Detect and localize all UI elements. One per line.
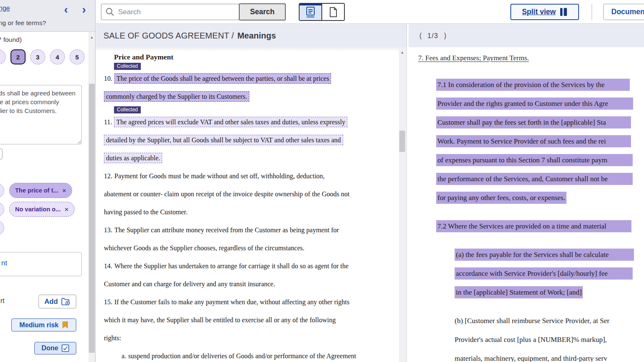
- highlighted-text[interactable]: (a) the fees payable for the Services sh…: [455, 249, 634, 261]
- clause-line: Customer and can charge for delivery and…: [104, 275, 406, 293]
- change-link[interactable]: nge: [0, 5, 10, 12]
- clause-line: 12.Payment for Goods must be made withou…: [104, 167, 406, 185]
- highlighted-text[interactable]: Work. Payment to Service Provider of suc…: [436, 135, 631, 147]
- right-doc-line: materials, machinery, equipment, and thi…: [455, 349, 644, 362]
- center-document-view: Price and Payment Collected10.The price …: [96, 47, 406, 362]
- text-view-button[interactable]: [300, 4, 321, 20]
- page-indicator: 1/3: [427, 32, 438, 40]
- split-view-button[interactable]: Split view: [510, 4, 579, 20]
- next-page-icon[interactable]: ⟩: [444, 31, 447, 40]
- highlighted-text[interactable]: 7.2 Where the Services are provided on a…: [436, 220, 631, 232]
- clipped-control-stub[interactable]: [0, 149, 3, 159]
- clause-line: 11.The agreed prices will exclude VAT an…: [104, 113, 406, 131]
- highlighted-clause-text[interactable]: The price of the Goods shall be agreed b…: [114, 73, 331, 84]
- done-button-label: Done: [41, 344, 58, 352]
- highlighted-text[interactable]: accordance with Service Provider's [dail…: [455, 267, 633, 280]
- search-icon: [106, 8, 114, 16]
- clause-excerpt-textarea[interactable]: [0, 85, 82, 144]
- bookmark-icon: [62, 321, 68, 329]
- document-scrollbar[interactable]: ▲: [399, 47, 406, 362]
- remove-tag-icon[interactable]: ×: [62, 187, 66, 194]
- center-document-title-bar: SALE OF GOODS AGREEMENT / Meanings: [96, 24, 406, 47]
- prev-page-icon[interactable]: ⟨: [419, 31, 422, 40]
- clause-text: which it may have, the Supplier shall be…: [104, 316, 336, 323]
- tag-pill-partial[interactable]: [0, 202, 4, 217]
- tag-row: No variation o... ×: [0, 202, 75, 217]
- page-view-button[interactable]: [321, 4, 344, 20]
- highlighted-text[interactable]: Customer shall pay the fees set forth in…: [436, 116, 631, 128]
- document-button[interactable]: Document: [603, 4, 644, 20]
- highlighted-clause-text[interactable]: commonly charged by the Supplier to its …: [104, 91, 249, 102]
- page-circle-5[interactable]: 5: [70, 49, 85, 64]
- right-doc-line: in the [applicable] Statement of Work; […: [455, 283, 644, 302]
- clause-text: If the Customer fails to make any paymen…: [114, 298, 349, 306]
- comment-box[interactable]: nt: [0, 252, 82, 276]
- medium-risk-button[interactable]: Medium risk: [11, 318, 76, 331]
- checkbox-check-icon: [62, 344, 69, 352]
- sidebar-scrollbar[interactable]: ▲: [88, 32, 95, 362]
- done-button[interactable]: Done: [34, 342, 76, 354]
- highlighted-text[interactable]: Provider and the rights granted to Custo…: [436, 98, 633, 110]
- clause-text: having passed to the Customer.: [104, 208, 188, 216]
- panel-divider: [406, 24, 407, 362]
- search-button[interactable]: Search: [239, 3, 286, 21]
- clause-text: Customer and can charge for delivery and…: [104, 280, 275, 288]
- clause-number: a.: [122, 352, 126, 359]
- highlighted-text[interactable]: of expenses pursuant to this Section 7 s…: [436, 154, 633, 166]
- tag-pill-price[interactable]: The price of t... ×: [9, 183, 72, 198]
- right-doc-line: Provider and the rights granted to Custo…: [436, 94, 644, 113]
- sidebar-header: nge ‹ › ng or fee terms?: [0, 0, 95, 32]
- highlighted-text[interactable]: in the [applicable] Statement of Work; […: [455, 286, 583, 298]
- clause-line: 13.The Supplier can attribute money rece…: [104, 221, 406, 239]
- document-text-icon: [305, 6, 316, 18]
- right-doc-paragraph: 7.1 In consideration of the provision of…: [436, 75, 644, 207]
- collected-badge: Collected: [114, 106, 141, 113]
- clause-text: Where the Supplier has undertaken to arr…: [114, 262, 349, 270]
- view-mode-toggle: [299, 3, 345, 21]
- badge-row: Collected: [114, 105, 406, 113]
- remove-tag-icon[interactable]: ×: [65, 206, 69, 213]
- right-doc-line: Customer shall pay the fees set forth in…: [436, 113, 644, 132]
- highlighted-text[interactable]: for paying any other fees, costs, or exp…: [436, 192, 566, 204]
- search-box[interactable]: [101, 4, 239, 20]
- folder-plus-icon: [61, 298, 70, 306]
- blank-page-icon: [328, 7, 338, 18]
- right-doc-blocks: 7.1 In consideration of the provision of…: [409, 75, 644, 362]
- sidebar-scroll-thumb[interactable]: [89, 84, 95, 353]
- clause-line: detailed by the Supplier, but all Goods …: [104, 131, 406, 149]
- scroll-up-icon[interactable]: ▲: [399, 50, 406, 54]
- highlighted-clause-text[interactable]: duties as applicable.: [104, 153, 162, 163]
- collected-badge: Collected: [114, 63, 141, 70]
- right-doc-paragraph: 7.2 Where the Services are provided on a…: [436, 217, 644, 236]
- document-scroll-thumb[interactable]: [399, 131, 405, 152]
- clause-text: whichever Goods as the Supplier chooses,…: [104, 244, 305, 252]
- highlighted-clause-text[interactable]: detailed by the Supplier, but all Goods …: [104, 135, 343, 145]
- page-circle-3[interactable]: 3: [30, 49, 45, 64]
- page-circle-partial[interactable]: [0, 49, 6, 64]
- sidebar: nge ‹ › ng or fee terms? 7 found) 2 3 4 …: [0, 0, 96, 362]
- tag-pill-partial[interactable]: [0, 221, 4, 235]
- search-input[interactable]: [118, 8, 235, 16]
- clause-number: 13.: [104, 226, 112, 234]
- clause-number: 11.: [104, 118, 112, 126]
- risk-button-label: Medium risk: [19, 321, 58, 329]
- badge-row: Collected: [114, 62, 406, 69]
- page-circle-2[interactable]: 2: [10, 49, 26, 64]
- prev-question-arrow-icon[interactable]: ‹: [64, 3, 68, 16]
- right-doc-line: 7.1 In consideration of the provision of…: [436, 75, 644, 94]
- highlighted-clause-text[interactable]: The agreed prices will exclude VAT and o…: [114, 117, 347, 127]
- clause-line: abatement or counter- claim upon receipt…: [104, 185, 406, 203]
- next-question-arrow-icon[interactable]: ›: [82, 3, 86, 16]
- page-circle-4[interactable]: 4: [50, 49, 65, 64]
- add-button[interactable]: Add: [39, 295, 76, 308]
- clause-number: 15.: [104, 298, 112, 306]
- highlighted-text[interactable]: 7.1 In consideration of the provision of…: [436, 79, 630, 91]
- clause-line: 10.The price of the Goods shall be agree…: [104, 69, 406, 87]
- scroll-up-icon[interactable]: ▲: [88, 35, 95, 39]
- tag-pill-partial[interactable]: [0, 183, 4, 198]
- document-title: SALE OF GOODS AGREEMENT /: [103, 31, 234, 41]
- tag-pill-no-variation[interactable]: No variation o... ×: [9, 202, 75, 217]
- highlighted-text[interactable]: the performance of the Services, and, Cu…: [436, 173, 633, 185]
- clause-line: duties as applicable.: [104, 149, 406, 167]
- comment-link[interactable]: nt: [1, 259, 7, 267]
